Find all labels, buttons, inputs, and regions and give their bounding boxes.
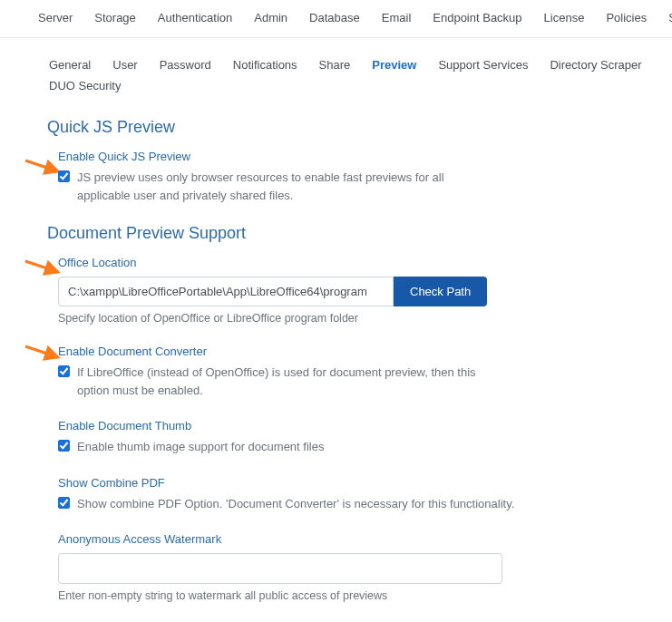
sub-nav: General User Password Notifications Shar…	[0, 38, 672, 109]
tab-user[interactable]: User	[102, 54, 148, 75]
show-combine-pdf-block: Show Combine PDF Show combine PDF Option…	[58, 476, 627, 513]
tab-general[interactable]: General	[38, 54, 102, 75]
topnav-authentication[interactable]: Authentication	[147, 7, 243, 28]
topnav-policies[interactable]: Policies	[595, 7, 657, 28]
office-location-input[interactable]	[58, 277, 394, 306]
topnav-database[interactable]: Database	[298, 7, 371, 28]
enable-quick-js-desc: JS preview uses only browser resources t…	[77, 169, 494, 204]
office-location-block: Office Location Check Path Specify locat…	[58, 256, 627, 325]
top-nav: Server Storage Authentication Admin Data…	[0, 0, 672, 38]
doc-preview-heading: Document Preview Support	[47, 224, 627, 243]
show-combine-pdf-desc: Show combine PDF Option. 'Document Conve…	[77, 495, 514, 513]
enable-doc-converter-checkbox[interactable]	[58, 365, 70, 377]
topnav-endpoint-backup[interactable]: Endpoint Backup	[422, 7, 532, 28]
enable-quick-js-block: Enable Quick JS Preview JS preview uses …	[58, 150, 627, 204]
enable-quick-js-label: Enable Quick JS Preview	[58, 150, 627, 163]
topnav-server[interactable]: Server	[27, 7, 83, 28]
tab-duo-security[interactable]: DUO Security	[38, 75, 131, 96]
anon-watermark-input[interactable]	[58, 553, 502, 584]
svg-line-1	[25, 261, 58, 272]
topnav-admin[interactable]: Admin	[243, 7, 298, 28]
tab-password[interactable]: Password	[149, 54, 222, 75]
quick-js-heading: Quick JS Preview	[47, 118, 627, 137]
topnav-sso[interactable]: SSO	[657, 7, 672, 28]
tab-notifications[interactable]: Notifications	[222, 54, 308, 75]
show-combine-pdf-label: Show Combine PDF	[58, 476, 627, 490]
enable-doc-thumb-block: Enable Document Thumb Enable thumb image…	[58, 419, 627, 456]
show-combine-pdf-checkbox[interactable]	[58, 497, 70, 509]
topnav-license[interactable]: License	[533, 7, 596, 28]
svg-line-0	[25, 160, 58, 171]
enable-quick-js-checkbox[interactable]	[58, 170, 70, 182]
tab-share[interactable]: Share	[308, 54, 362, 75]
anon-watermark-help: Enter non-empty string to watermark all …	[58, 589, 627, 602]
anon-watermark-block: Anonymous Access Watermark Enter non-emp…	[58, 532, 627, 602]
enable-doc-thumb-checkbox[interactable]	[58, 440, 70, 452]
tab-preview[interactable]: Preview	[361, 54, 427, 75]
topnav-storage[interactable]: Storage	[83, 7, 147, 28]
enable-doc-converter-desc: If LibreOffice (instead of OpenOffice) i…	[77, 364, 503, 399]
enable-doc-thumb-label: Enable Document Thumb	[58, 419, 627, 432]
check-path-button[interactable]: Check Path	[394, 277, 487, 306]
office-location-label: Office Location	[58, 256, 627, 269]
enable-doc-converter-block: Enable Document Converter If LibreOffice…	[58, 345, 627, 399]
office-location-help: Specify location of OpenOffice or LibreO…	[58, 312, 627, 325]
enable-doc-thumb-desc: Enable thumb image support for document …	[77, 438, 324, 456]
svg-line-2	[25, 346, 58, 357]
content-area: Quick JS Preview Enable Quick JS Preview…	[0, 118, 672, 622]
enable-doc-converter-label: Enable Document Converter	[58, 345, 627, 358]
topnav-email[interactable]: Email	[371, 7, 423, 28]
tab-support-services[interactable]: Support Services	[427, 54, 539, 75]
tab-directory-scraper[interactable]: Directory Scraper	[539, 54, 652, 75]
anon-watermark-label: Anonymous Access Watermark	[58, 532, 627, 546]
